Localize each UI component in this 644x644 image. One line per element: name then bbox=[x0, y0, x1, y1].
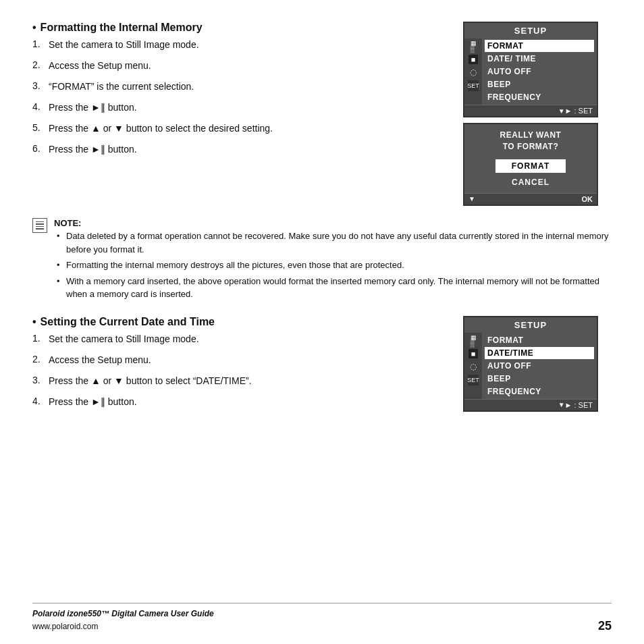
step-4: 4. Press the ►‖ button. bbox=[32, 101, 450, 115]
section1-title: Formatting the Internal Memory bbox=[32, 22, 450, 34]
page-footer: Polaroid izone550™ Digital Camera User G… bbox=[32, 603, 612, 633]
menu-frequency-1: FREQUENCY bbox=[485, 91, 594, 103]
footer-url: www.polaroid.com bbox=[32, 620, 214, 633]
menu-autooff-2: AUTO OFF bbox=[485, 360, 594, 372]
setup-panel-section2: SETUP ▦▒ ■ ◌ SET FORMAT DATE/TIME AUTO O… bbox=[463, 316, 612, 416]
set-label-1: ► : SET bbox=[565, 107, 593, 115]
setup-footer-2: ► : SET bbox=[464, 399, 597, 410]
format-title: REALLY WANTTO FORMAT? bbox=[464, 124, 597, 155]
note-bullet-3: With a memory card inserted, the above o… bbox=[57, 275, 612, 301]
setup-panel-1: SETUP ▦▒ ■ ◌ SET FORMAT DATE/ TIME AUTO … bbox=[463, 22, 598, 117]
setup-panels-section1: SETUP ▦▒ ■ ◌ SET FORMAT DATE/ TIME AUTO … bbox=[463, 22, 612, 206]
icon-memory: ■ bbox=[468, 55, 478, 64]
down-arrow-icon bbox=[558, 107, 565, 115]
cancel-button[interactable]: CANCEL bbox=[495, 176, 566, 189]
menu-datetime-2: DATE/TIME bbox=[485, 347, 594, 359]
section2-steps: 1. Set the camera to Still Image mode. 2… bbox=[32, 332, 450, 409]
note-section: NOTE: Data deleted by a format operation… bbox=[32, 217, 612, 304]
step-6: 6. Press the ►‖ button. bbox=[32, 142, 450, 157]
icon-format: ▦▒ bbox=[468, 41, 479, 52]
setup-icons-2: ▦▒ ■ ◌ SET bbox=[464, 333, 482, 399]
note-bullet-2: Formatting the internal memory destroys … bbox=[57, 259, 612, 272]
step-5: 5. Press the ▲ or ▼ button to select the… bbox=[32, 122, 450, 136]
format-confirm-panel: REALLY WANTTO FORMAT? FORMAT CANCEL ▼ OK bbox=[463, 123, 598, 206]
note-bullets: Data deleted by a format operation canno… bbox=[54, 230, 612, 301]
ok-label: OK bbox=[582, 195, 593, 203]
page-number: 25 bbox=[598, 619, 612, 633]
s2-step-3: 3. Press the ▲ or ▼ button to select “DA… bbox=[32, 374, 450, 388]
menu-format-2: FORMAT bbox=[485, 334, 594, 346]
menu-datetime-1: DATE/ TIME bbox=[485, 53, 594, 65]
setup-icons-1: ▦▒ ■ ◌ SET bbox=[464, 38, 482, 105]
menu-format-1: FORMAT bbox=[485, 40, 594, 52]
icon-setup: SET bbox=[468, 80, 479, 91]
note-content: NOTE: Data deleted by a format operation… bbox=[54, 217, 612, 304]
section2-title: Setting the Current Date and Time bbox=[32, 316, 450, 328]
setup-menu-1: FORMAT DATE/ TIME AUTO OFF BEEP FREQUENC… bbox=[482, 38, 597, 105]
note-icon bbox=[32, 218, 47, 233]
icon-clock-2: ◌ bbox=[468, 361, 479, 372]
note-bullet-1: Data deleted by a format operation canno… bbox=[57, 230, 612, 256]
menu-beep-2: BEEP bbox=[485, 373, 594, 385]
menu-frequency-2: FREQUENCY bbox=[485, 385, 594, 398]
down-arrow-icon-2: ▼ bbox=[468, 195, 475, 203]
section1-steps: 1. Set the camera to Still Image mode. 2… bbox=[32, 38, 450, 157]
s2-step-2: 2. Access the Setup menu. bbox=[32, 353, 450, 367]
format-button[interactable]: FORMAT bbox=[495, 159, 566, 173]
menu-beep-1: BEEP bbox=[485, 78, 594, 90]
s2-step-1: 1. Set the camera to Still Image mode. bbox=[32, 332, 450, 346]
down-arrow-icon-3 bbox=[558, 401, 565, 408]
setup-header-1: SETUP bbox=[464, 23, 597, 38]
step-2: 2. Access the Setup menu. bbox=[32, 59, 450, 73]
icon-setup-2: SET bbox=[468, 375, 479, 385]
icon-memory-2: ■ bbox=[468, 349, 478, 358]
step-3: 3. “FORMAT” is the current selection. bbox=[32, 80, 450, 94]
footer-left: Polaroid izone550™ Digital Camera User G… bbox=[32, 608, 214, 633]
note-label: NOTE: bbox=[54, 218, 81, 228]
setup-panel-2: SETUP ▦▒ ■ ◌ SET FORMAT DATE/TIME AUTO O… bbox=[463, 316, 598, 412]
icon-clock: ◌ bbox=[468, 67, 479, 78]
setup-footer-1: ► : SET bbox=[464, 105, 597, 116]
setup-menu-2: FORMAT DATE/TIME AUTO OFF BEEP FREQUENCY bbox=[482, 333, 597, 399]
step-1: 1. Set the camera to Still Image mode. bbox=[32, 38, 450, 52]
set-label-2: ► : SET bbox=[565, 401, 593, 409]
format-button-group: FORMAT CANCEL bbox=[464, 155, 597, 193]
s2-step-4: 4. Press the ►‖ button. bbox=[32, 395, 450, 409]
icon-format-2: ▦▒ bbox=[468, 336, 479, 346]
menu-autooff-1: AUTO OFF bbox=[485, 65, 594, 78]
footer-title: Polaroid izone550™ Digital Camera User G… bbox=[32, 608, 214, 620]
format-footer: ▼ OK bbox=[464, 193, 597, 205]
setup-header-2: SETUP bbox=[464, 317, 597, 333]
